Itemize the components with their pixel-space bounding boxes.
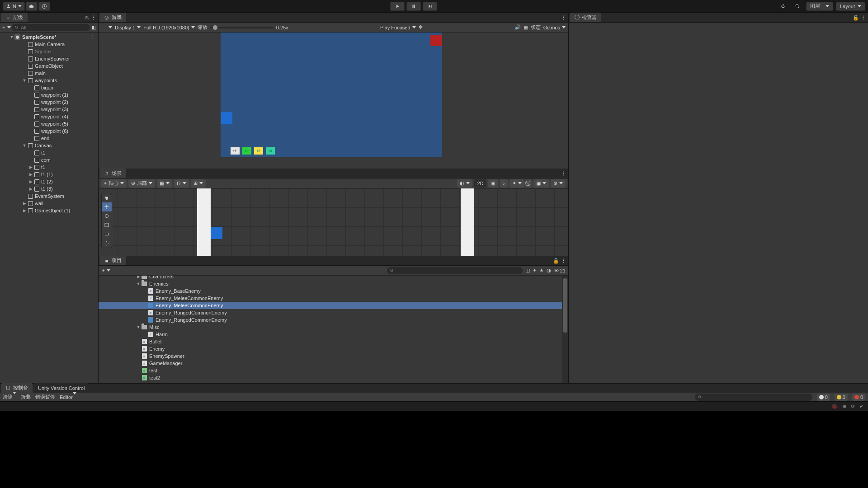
play-focused-dropdown[interactable]: Play Focused [380,25,416,30]
panel-menu-button[interactable]: ⋮ [91,15,96,21]
gizmos-dropdown[interactable]: Gizmos [543,25,566,30]
scene-row[interactable]: ▼ SampleScene* ⋮ [0,33,98,41]
resolution-dropdown[interactable]: Full HD (868x488) [143,25,195,30]
settings-icon[interactable]: ✻ [419,24,423,30]
panel-menu-button[interactable]: ⋮ [561,171,566,177]
scene-picker-icon[interactable]: ◧ [92,24,96,30]
scale-tool[interactable] [102,221,112,230]
expand-arrow-icon[interactable]: ▶ [28,179,33,184]
hierarchy-item[interactable]: waypoint (3) [0,106,98,113]
hierarchy-item[interactable]: Square [0,48,98,55]
filter-type-icon[interactable]: ◫ [525,267,530,273]
hierarchy-item[interactable]: Main Camera [0,41,98,48]
hierarchy-item[interactable]: ▼waypoints [0,77,98,84]
tab-version-control[interactable]: Unity Version Control [33,383,89,393]
hierarchy-item[interactable]: com [0,156,98,164]
project-item[interactable]: Enemy_BaseEnemy [99,287,562,295]
expand-arrow-icon[interactable]: ▶ [28,172,33,177]
console-collapse-button[interactable]: 折叠 [21,394,31,400]
hierarchy-search[interactable] [12,24,90,31]
panel-menu-button[interactable]: ⋮ [861,15,866,21]
tab-scene[interactable]: # 场景 [99,169,126,178]
expand-arrow-icon[interactable]: ▼ [136,282,141,286]
project-item[interactable]: Enemy_RangedCommonEnemy [99,309,562,316]
mute-icon[interactable]: 🔊 [514,24,521,30]
hierarchy-item[interactable]: ▶t1 (3) [0,185,98,192]
lock-icon[interactable]: 🔓 [553,258,559,264]
hidden-pkg-icon[interactable]: ◑ [547,267,551,273]
info-count-badge[interactable]: 0 [817,394,830,401]
console-clear-button[interactable]: 清除 [3,394,16,400]
panel-menu-button[interactable]: ⋮ [561,258,566,264]
console-search-input[interactable] [704,394,810,400]
transform-tool[interactable] [102,239,112,248]
expand-arrow-icon[interactable]: ▼ [22,78,27,83]
hierarchy-search-input[interactable] [21,25,87,30]
hierarchy-item[interactable]: ▶t1 [0,164,98,171]
global-search-button[interactable] [792,2,803,11]
console-search[interactable] [695,394,812,401]
warn-count-badge[interactable]: 0 [835,394,848,401]
tab-hierarchy[interactable]: ≡ 层级 [1,13,28,22]
expand-arrow-icon[interactable]: ▶ [28,187,33,191]
pause-button[interactable] [406,2,421,11]
project-item[interactable]: Enemy [99,345,562,352]
project-scrollbar[interactable] [562,276,568,383]
status-check-icon[interactable]: ✔ [859,404,863,409]
grid-snap-dropdown[interactable]: ▦ [157,179,172,188]
expand-arrow-icon[interactable]: ▼ [9,35,14,39]
expand-arrow-icon[interactable]: ▶ [22,208,27,213]
thumbnail-slider[interactable]: 👁21 [554,268,566,273]
status-layers-icon[interactable]: ≋ [842,404,846,409]
increment-dropdown[interactable]: ⊞ [191,179,206,188]
tab-console[interactable]: ☐ 控制台 [1,383,33,393]
undo-history-button[interactable] [777,2,789,11]
pivot-dropdown[interactable]: ⌖轴心 [101,179,127,188]
status-bug-icon[interactable]: 🐞 [831,404,838,409]
project-item[interactable]: ▶Characters [99,276,562,280]
expand-arrow-icon[interactable]: ▶ [136,276,141,279]
display-dropdown[interactable]: Display 1 [115,25,141,30]
hierarchy-item[interactable]: EventSystem [0,192,98,200]
project-item[interactable]: EnemySpawner [99,352,562,360]
stats-button[interactable]: 状态 [531,24,541,31]
project-item[interactable]: Harm [99,331,562,338]
project-item[interactable]: Enemy_RangedCommonEnemy [99,316,562,324]
scene-viewport[interactable] [99,188,568,256]
lock-icon[interactable]: 🔓 [853,15,859,21]
project-item[interactable]: Bullet [99,338,562,345]
scene-menu-button[interactable]: ⋮ [90,34,95,40]
project-item[interactable]: Enemy_MeleeCommonEnemy [99,302,562,309]
hierarchy-item[interactable]: end [0,135,98,142]
project-item[interactable]: test [99,367,562,374]
audio-toggle[interactable]: ♪ [500,179,508,188]
hierarchy-item[interactable]: ▶t1 (1) [0,171,98,178]
hierarchy-item[interactable]: GameObject [0,62,98,70]
rect-tool[interactable] [102,230,112,239]
drawmode-dropdown[interactable]: ◐ [457,179,472,188]
expand-arrow-icon[interactable]: ▼ [136,325,141,329]
lighting-toggle[interactable]: ◉ [488,179,498,188]
project-item[interactable]: ▼Enemies [99,280,562,287]
fx-dropdown[interactable]: ✦ [509,179,524,188]
rotate-tool[interactable] [102,211,112,221]
camera-dropdown[interactable]: ▣ [533,179,549,188]
create-button[interactable]: ＋ [2,24,10,31]
hierarchy-item[interactable]: waypoint (1) [0,91,98,99]
scale-slider[interactable] [210,27,274,28]
console-error-pause-button[interactable]: 错误暂停 [35,394,55,400]
hierarchy-item[interactable]: ▶t1 (2) [0,178,98,185]
hierarchy-item[interactable]: ▶wall [0,200,98,207]
scrollbar-thumb[interactable] [563,278,567,333]
status-cache-icon[interactable]: ⟳ [851,404,855,409]
console-editor-dropdown[interactable]: Editor [60,394,76,400]
project-item[interactable]: Enemy_MeleeCommonEnemy [99,295,562,302]
project-item[interactable]: ▼Misc [99,324,562,331]
move-tool[interactable] [102,202,112,211]
history-button[interactable] [38,2,50,11]
project-item[interactable]: test2 [99,374,562,381]
project-create-button[interactable]: ＋ [101,267,109,274]
project-item[interactable]: GameManager [99,360,562,367]
tab-inspector[interactable]: ⓘ 检查器 [570,13,601,22]
favorite-icon[interactable]: ★ [539,267,544,273]
